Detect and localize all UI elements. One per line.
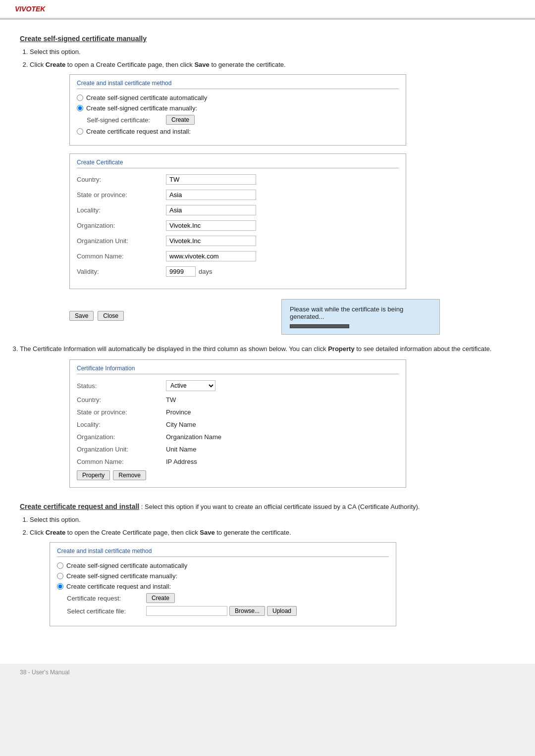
- close-button[interactable]: Close: [98, 311, 124, 321]
- remove-button[interactable]: Remove: [113, 470, 146, 480]
- section2-title-row: Create certificate request and install :…: [20, 503, 515, 510]
- option3-radio[interactable]: [77, 128, 83, 135]
- ci-org-value: Organization Name: [166, 433, 221, 441]
- progress-bar: [290, 324, 349, 328]
- brand-logo: VIVOTEK: [15, 5, 45, 13]
- upload-button[interactable]: Upload: [267, 606, 297, 616]
- footer-text: 38 - User's Manual: [20, 669, 69, 676]
- create-install-box2: Create and install certificate method Cr…: [50, 542, 396, 626]
- ci-locality-value: City Name: [166, 421, 196, 428]
- select-cert-row: Select certificate file: Browse... Uploa…: [67, 606, 389, 616]
- validity-input[interactable]: [166, 266, 196, 277]
- b2-option3-row: Create certificate request and install:: [57, 583, 389, 590]
- org-row: Organization:: [77, 220, 399, 231]
- s2-step2: Click Create to open the Create Certific…: [30, 527, 515, 538]
- locality-input[interactable]: [166, 205, 256, 215]
- country-input[interactable]: [166, 174, 256, 185]
- wait-message: Please wait while the certificate is bei…: [290, 305, 431, 320]
- option2-indent-row: Self-signed certificate: Create: [87, 115, 399, 125]
- create-install-legend: Create and install certificate method: [77, 80, 399, 89]
- create-install-box1: Create and install certificate method Cr…: [69, 74, 406, 146]
- ci-locality-label: Locality:: [77, 421, 166, 428]
- section1-instructions: Select this option. Click Create to open…: [20, 47, 515, 70]
- common-name-label: Common Name:: [77, 252, 166, 260]
- section2-title: Create certificate request and install: [20, 503, 139, 510]
- ci-org-row: Organization: Organization Name: [77, 433, 399, 441]
- cert-request-create-btn[interactable]: Create: [146, 593, 175, 603]
- validity-controls: days: [166, 266, 212, 277]
- property-bold: Property: [328, 345, 354, 353]
- cert-file-input[interactable]: [146, 606, 227, 616]
- cert-actions-row: Property Remove: [77, 470, 399, 480]
- status-row: Status: Active: [77, 380, 399, 391]
- org-label: Organization:: [77, 222, 166, 229]
- create-cert-box: Create Certificate Country: State or pro…: [69, 153, 406, 289]
- org-input[interactable]: [166, 220, 256, 231]
- cert-info-legend: Certificate Information: [77, 365, 399, 374]
- cert-request-label: Certificate request:: [67, 595, 146, 602]
- locality-label: Locality:: [77, 206, 166, 214]
- ci-locality-row: Locality: City Name: [77, 421, 399, 428]
- b2-option1-label: Create self-signed certificate automatic…: [66, 562, 187, 569]
- state-input[interactable]: [166, 190, 256, 200]
- common-name-row: Common Name:: [77, 251, 399, 261]
- option2-label: Create self-signed certificate manually:: [86, 104, 197, 112]
- s2-step1: Select this option.: [30, 514, 515, 525]
- org-unit-input[interactable]: [166, 236, 256, 246]
- create-self-signed-btn[interactable]: Create: [166, 115, 195, 125]
- common-name-input[interactable]: [166, 251, 256, 261]
- locality-row: Locality:: [77, 205, 399, 215]
- ci-org-label: Organization:: [77, 433, 166, 441]
- header: VIVOTEK: [0, 0, 535, 19]
- select-cert-label: Select certificate file:: [67, 607, 146, 615]
- option2-sublabel: Self-signed certificate:: [87, 116, 166, 124]
- org-unit-label: Organization Unit:: [77, 237, 166, 245]
- ci-state-row: State or province: Province: [77, 408, 399, 416]
- state-label: State or province:: [77, 191, 166, 199]
- save-close-row: Save Close Please wait while the certifi…: [69, 297, 515, 335]
- browse-button[interactable]: Browse...: [229, 606, 265, 616]
- option1-label: Create self-signed certificate automatic…: [86, 94, 207, 101]
- ci-common-name-label: Common Name:: [77, 458, 166, 465]
- country-label: Country:: [77, 176, 166, 183]
- org-unit-row: Organization Unit:: [77, 236, 399, 246]
- step1-item: Select this option.: [30, 47, 515, 57]
- ci-country-label: Country:: [77, 396, 166, 403]
- ci-country-row: Country: TW: [77, 396, 399, 403]
- ci-org-unit-label: Organization Unit:: [77, 446, 166, 453]
- main-content: Create self-signed certificate manually …: [0, 20, 535, 664]
- state-row: State or province:: [77, 190, 399, 200]
- option1-row: Create self-signed certificate automatic…: [77, 94, 399, 101]
- status-select[interactable]: Active: [166, 380, 215, 391]
- ci-org-unit-value: Unit Name: [166, 446, 196, 453]
- b2-option1-row: Create self-signed certificate automatic…: [57, 562, 389, 569]
- option1-radio[interactable]: [77, 95, 83, 101]
- b2-option2-label: Create self-signed certificate manually:: [66, 572, 177, 580]
- property-button[interactable]: Property: [77, 470, 110, 480]
- step3-item: The Certificate Information will automat…: [20, 344, 515, 354]
- section2-instructions: Select this option. Click Create to open…: [20, 514, 515, 538]
- wait-popup: Please wait while the certificate is bei…: [281, 299, 440, 335]
- footer: 38 - User's Manual: [0, 664, 535, 681]
- cert-info-box: Certificate Information Status: Active C…: [69, 359, 406, 488]
- b2-option3-label: Create certificate request and install:: [66, 583, 171, 590]
- step3-text: The Certificate Information will automat…: [20, 344, 515, 354]
- option3-row: Create certificate request and install:: [77, 128, 399, 135]
- validity-row: Validity: days: [77, 266, 399, 277]
- b2-option3-radio[interactable]: [57, 583, 63, 590]
- option2-radio[interactable]: [77, 105, 83, 111]
- b2-option1-radio[interactable]: [57, 562, 63, 569]
- create-install-box2-legend: Create and install certificate method: [57, 548, 389, 557]
- ci-common-name-row: Common Name: IP Address: [77, 458, 399, 465]
- country-row: Country:: [77, 174, 399, 185]
- ci-common-name-value: IP Address: [166, 458, 197, 465]
- ci-state-label: State or province:: [77, 408, 166, 416]
- b2-option2-row: Create self-signed certificate manually:: [57, 572, 389, 580]
- status-label: Status:: [77, 382, 166, 390]
- section2: Create certificate request and install :…: [20, 503, 515, 626]
- ci-org-unit-row: Organization Unit: Unit Name: [77, 446, 399, 453]
- ci-country-value: TW: [166, 396, 176, 403]
- cert-request-row: Certificate request: Create: [67, 593, 389, 603]
- save-button[interactable]: Save: [69, 311, 94, 321]
- b2-option2-radio[interactable]: [57, 573, 63, 579]
